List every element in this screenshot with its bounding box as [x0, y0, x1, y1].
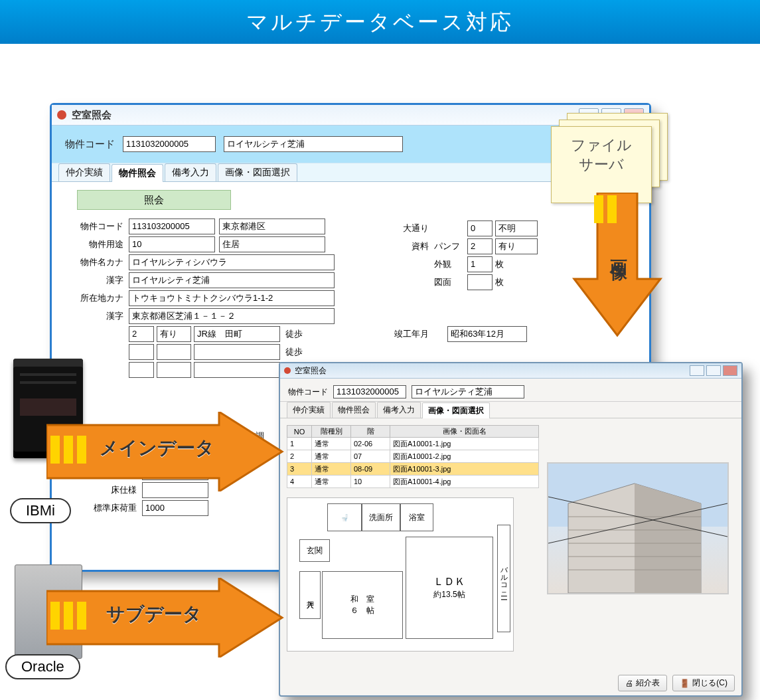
- maximize-button[interactable]: [706, 365, 721, 376]
- tab-brokerage-sub[interactable]: 仲介実績: [287, 402, 331, 418]
- minimize-button[interactable]: [690, 365, 704, 376]
- fld-line-code[interactable]: 2: [129, 326, 154, 342]
- oracle-chip: Oracle: [5, 654, 80, 679]
- main-data-label: メインデータ: [100, 436, 214, 461]
- fld-line-has[interactable]: 有り: [157, 326, 191, 342]
- fld-addr-kanji[interactable]: 東京都港区芝浦１－１－２: [129, 308, 335, 324]
- fld-gaikan[interactable]: 1: [467, 256, 493, 272]
- tab-images-sub[interactable]: 画像・図面選択: [422, 402, 490, 418]
- app-icon: [284, 367, 291, 374]
- lbl-zumen: 図面: [434, 276, 467, 288]
- window-title-sub: 空室照会: [295, 365, 327, 377]
- fld-kana[interactable]: ロイヤルシティシバウラ: [129, 254, 335, 270]
- fld-odori[interactable]: 0: [467, 220, 493, 236]
- file-server-label: ファイル サーバ: [551, 126, 652, 203]
- file-server-note: ファイル サーバ: [551, 113, 664, 193]
- code-label-sub: 物件コード: [288, 387, 328, 398]
- fld-odori-t[interactable]: 不明: [495, 220, 538, 236]
- window-title: 空室照会: [72, 109, 112, 122]
- table-row[interactable]: 4通常10図面A10001-4.jpg: [287, 476, 539, 488]
- lbl-odori: 大通り: [369, 222, 429, 234]
- arrow-image: [568, 193, 667, 339]
- tab-remarks[interactable]: 備考入力: [165, 163, 216, 181]
- fld-zumen[interactable]: [467, 274, 493, 290]
- code-field-sub[interactable]: 1131032000005: [333, 385, 406, 398]
- lbl-use: 物件用途: [64, 238, 123, 250]
- printer-icon: 🖨: [625, 679, 633, 688]
- sub-data-label: サブデータ: [106, 602, 202, 627]
- lbl-addr-kana: 所在地カナ: [64, 292, 123, 304]
- fld-city[interactable]: 東京都港区: [219, 219, 325, 234]
- lbl-walk2: 徒歩: [285, 346, 303, 358]
- arrow-image-label: 画像: [607, 246, 631, 254]
- col-file: 画像・図面名: [390, 426, 539, 438]
- fld-use-t[interactable]: 住居: [219, 236, 325, 252]
- lbl-shiryo: 資料: [369, 240, 429, 252]
- lbl-mai1: 枚: [495, 258, 504, 270]
- lbl-mai2: 枚: [495, 276, 504, 288]
- image-list-table[interactable]: NO 階種別 階 画像・図面名 1通常02-06図面A10001-1.jpg2通…: [287, 425, 539, 488]
- fld-panf[interactable]: 2: [467, 238, 493, 254]
- ibmi-chip: IBMi: [10, 498, 71, 523]
- col-floor: 階: [351, 426, 390, 438]
- lbl-kana: 物件名カナ: [64, 256, 123, 268]
- door-icon: 🚪: [680, 679, 690, 688]
- close-button2[interactable]: 🚪閉じる(C): [672, 675, 735, 691]
- tab-property-sub[interactable]: 物件照会: [332, 402, 376, 418]
- table-row[interactable]: 3通常08-09図面A10001-3.jpg: [287, 463, 539, 476]
- tab-brokerage[interactable]: 仲介実績: [58, 163, 110, 181]
- fld-code[interactable]: 113103200005: [129, 219, 215, 234]
- code-field[interactable]: 1131032000005: [123, 136, 216, 152]
- building-photo: [547, 462, 729, 594]
- lbl-floor-load: 標準床荷重: [64, 502, 137, 514]
- lbl-panf: パンフ: [434, 240, 467, 252]
- window-image-select: 空室照会 物件コード 1131032000005 ロイヤルシティ芝浦 仲介実績 …: [279, 362, 743, 697]
- col-kind: 階種別: [312, 426, 351, 438]
- fld-kanji[interactable]: ロイヤルシティ芝浦: [129, 272, 335, 288]
- titlebar-sub: 空室照会: [280, 363, 741, 379]
- fld-addr-kana[interactable]: トウキョウトミナトクシバウラ1-1-2: [129, 290, 335, 306]
- lbl-walk1: 徒歩: [285, 328, 303, 340]
- fld-floor-load[interactable]: 1000: [142, 500, 208, 516]
- lbl-addr-kanji: 漢字: [64, 310, 123, 322]
- table-row[interactable]: 1通常02-06図面A10001-1.jpg: [287, 438, 539, 450]
- inquiry-button[interactable]: 照会: [77, 190, 231, 210]
- lbl-gaikan: 外観: [434, 258, 467, 270]
- fld-comp[interactable]: 昭和63年12月: [447, 326, 527, 342]
- code-label: 物件コード: [65, 138, 115, 151]
- fld-panf-t[interactable]: 有り: [495, 238, 538, 254]
- print-button[interactable]: 🖨紹介表: [618, 675, 667, 691]
- close-button[interactable]: [723, 365, 737, 376]
- floor-plan: 🚽 洗面所 浴室 玄関 押入 和 室 ６ 帖 ＬＤＫ 約13.5帖 バルコニー: [287, 497, 514, 652]
- fld-use[interactable]: 10: [129, 236, 215, 252]
- banner-title: マルチデータベース対応: [0, 0, 760, 44]
- tab-property[interactable]: 物件照会: [112, 164, 163, 182]
- lbl-comp: 竣工年月: [369, 328, 429, 340]
- col-no: NO: [287, 426, 312, 438]
- fld-line-name[interactable]: JR線 田町: [194, 326, 280, 342]
- tab-images[interactable]: 画像・図面選択: [218, 163, 297, 181]
- tab-remarks-sub[interactable]: 備考入力: [377, 402, 421, 418]
- app-icon: [57, 110, 66, 120]
- name-field[interactable]: ロイヤルシティ芝浦: [224, 136, 403, 152]
- lbl-code: 物件コード: [64, 220, 123, 232]
- table-row[interactable]: 2通常07図面A10001-2.jpg: [287, 450, 539, 463]
- tabs-sub: 仲介実績 物件照会 備考入力 画像・図面選択: [280, 402, 741, 418]
- lbl-kanji: 漢字: [64, 274, 123, 286]
- name-field-sub[interactable]: ロイヤルシティ芝浦: [412, 385, 524, 398]
